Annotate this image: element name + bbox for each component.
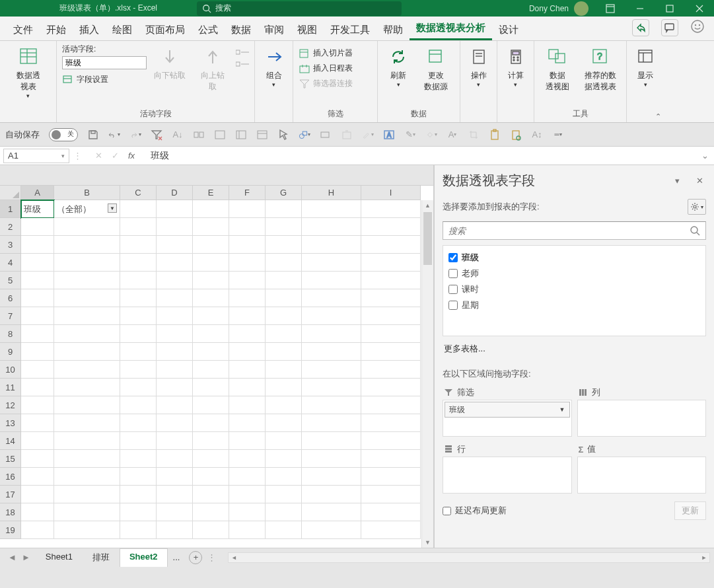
cell-C9[interactable] — [120, 343, 157, 361]
cell-I19[interactable] — [361, 521, 421, 539]
cell-G2[interactable] — [266, 218, 302, 236]
cell-F10[interactable] — [229, 361, 266, 379]
tab-页面布局[interactable]: 页面布局 — [139, 18, 192, 40]
row-header-1[interactable]: 1 — [0, 200, 21, 218]
cell-D16[interactable] — [157, 468, 193, 486]
col-header-F[interactable]: F — [229, 186, 266, 200]
edit-icon[interactable]: ▾ — [362, 129, 374, 141]
scroll-right-arrow[interactable]: ► — [699, 553, 709, 562]
cell-F13[interactable] — [229, 414, 266, 432]
cell-G16[interactable] — [266, 468, 302, 486]
cell-G1[interactable] — [266, 200, 302, 218]
col-header-C[interactable]: C — [120, 186, 157, 200]
cell-B8[interactable] — [54, 325, 120, 343]
pane-gear-button[interactable]: ▾ — [688, 199, 706, 215]
cell-E11[interactable] — [193, 379, 229, 396]
cell-G4[interactable] — [266, 254, 302, 272]
cell-F7[interactable] — [229, 307, 266, 325]
pivot-chart-button[interactable]: 数据 透视图 — [540, 44, 576, 92]
cell-A8[interactable] — [21, 325, 54, 343]
cell-I2[interactable] — [361, 218, 421, 236]
cell-C13[interactable] — [120, 414, 157, 432]
field-老师[interactable]: 老师 — [448, 266, 700, 281]
field-课时[interactable]: 课时 — [448, 281, 700, 297]
cell-C5[interactable] — [120, 272, 157, 289]
row-header-8[interactable]: 8 — [0, 325, 21, 343]
tab-开始[interactable]: 开始 — [40, 18, 73, 40]
cell-E17[interactable] — [193, 486, 229, 503]
cell-G12[interactable] — [266, 396, 302, 414]
cell-D13[interactable] — [157, 414, 193, 432]
shapes-icon[interactable]: ▾ — [299, 129, 310, 141]
cell-D17[interactable] — [157, 486, 193, 503]
cell-F8[interactable] — [229, 325, 266, 343]
cell-A11[interactable] — [21, 379, 54, 396]
row-header-4[interactable]: 4 — [0, 254, 21, 272]
cell-D2[interactable] — [157, 218, 193, 236]
change-source-button[interactable]: 更改 数据源 — [417, 44, 454, 92]
scroll-down-arrow[interactable]: ▼ — [422, 537, 433, 548]
cell-C2[interactable] — [120, 218, 157, 236]
tab-帮助[interactable]: 帮助 — [376, 18, 410, 40]
cell-C15[interactable] — [120, 450, 157, 468]
scroll-up-arrow[interactable]: ▲ — [422, 200, 433, 211]
col-header-D[interactable]: D — [157, 186, 193, 200]
tab-开发工具[interactable]: 开发工具 — [324, 18, 376, 40]
cell-B9[interactable] — [54, 343, 120, 361]
col-header-B[interactable]: B — [54, 186, 120, 200]
collapse-icon[interactable] — [236, 59, 249, 69]
merge-icon[interactable] — [193, 129, 205, 141]
cell-H2[interactable] — [302, 218, 361, 236]
cell-D14[interactable] — [157, 432, 193, 450]
cell-G11[interactable] — [266, 379, 302, 396]
cell-I6[interactable] — [361, 289, 421, 307]
cell-G7[interactable] — [266, 307, 302, 325]
cell-G3[interactable] — [266, 236, 302, 254]
sheet-tab-Sheet2[interactable]: Sheet2 — [120, 548, 168, 567]
cell-E9[interactable] — [193, 343, 229, 361]
pointer-icon[interactable] — [277, 129, 289, 141]
cell-B18[interactable] — [54, 503, 120, 521]
cell-B10[interactable] — [54, 361, 120, 379]
more-icon[interactable]: ═▾ — [552, 129, 564, 141]
cell-G5[interactable] — [266, 272, 302, 289]
cell-G13[interactable] — [266, 414, 302, 432]
cell-C10[interactable] — [120, 361, 157, 379]
field-星期[interactable]: 星期 — [448, 297, 700, 313]
cell-F5[interactable] — [229, 272, 266, 289]
cell-E8[interactable] — [193, 325, 229, 343]
field-search-input[interactable] — [448, 226, 690, 236]
col-header-I[interactable]: I — [361, 186, 421, 200]
maximize-button[interactable] — [655, 0, 684, 17]
rename-icon[interactable] — [320, 129, 332, 141]
cell-A9[interactable] — [21, 343, 54, 361]
update-button[interactable]: 更新 — [674, 501, 706, 520]
cell-G14[interactable] — [266, 432, 302, 450]
cell-I14[interactable] — [361, 432, 421, 450]
cell-D15[interactable] — [157, 450, 193, 468]
cell-H7[interactable] — [302, 307, 361, 325]
name-box[interactable]: A1 ▾ — [3, 149, 69, 163]
cell-F19[interactable] — [229, 521, 266, 539]
cell-B11[interactable] — [54, 379, 120, 396]
cell-I4[interactable] — [361, 254, 421, 272]
freeze-icon[interactable] — [235, 129, 247, 141]
row-header-3[interactable]: 3 — [0, 236, 21, 254]
close-button[interactable] — [684, 0, 714, 17]
paste-special-icon[interactable] — [510, 129, 522, 141]
cell-F11[interactable] — [229, 379, 266, 396]
cell-F16[interactable] — [229, 468, 266, 486]
cell-H12[interactable] — [302, 396, 361, 414]
freeze2-icon[interactable] — [256, 129, 268, 141]
cell-C12[interactable] — [120, 396, 157, 414]
active-field-input[interactable] — [62, 56, 147, 69]
col-header-A[interactable]: A — [21, 186, 54, 200]
cell-A18[interactable] — [21, 503, 54, 521]
cell-I18[interactable] — [361, 503, 421, 521]
cell-A3[interactable] — [21, 236, 54, 254]
refresh-button[interactable]: 刷新 ▾ — [383, 44, 413, 88]
cell-G6[interactable] — [266, 289, 302, 307]
cell-H11[interactable] — [302, 379, 361, 396]
cell-C4[interactable] — [120, 254, 157, 272]
field-班级[interactable]: 班级 — [448, 250, 700, 266]
